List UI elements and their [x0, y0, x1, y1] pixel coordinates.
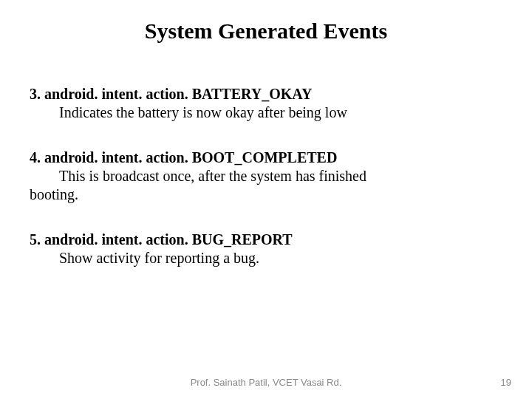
body-text: 3. android. intent. action. BATTERY_OKAY… [30, 85, 502, 267]
item-5-heading: 5. android. intent. action. BUG_REPORT [30, 231, 502, 249]
item-5-description: Show activity for reporting a bug. [59, 249, 502, 267]
footer-text: Prof. Sainath Patil, VCET Vasai Rd. [0, 377, 532, 388]
item-3-description: Indicates the battery is now okay after … [59, 103, 502, 122]
item-4: 4. android. intent. action. BOOT_COMPLET… [30, 149, 502, 204]
item-4-desc-line2: booting. [30, 185, 502, 204]
item-4-heading: 4. android. intent. action. BOOT_COMPLET… [30, 149, 502, 167]
page-number: 19 [501, 377, 511, 388]
item-3: 3. android. intent. action. BATTERY_OKAY… [30, 85, 502, 122]
item-4-desc-line1: This is broadcast once, after the system… [59, 167, 502, 185]
slide: System Generated Events 3. android. inte… [0, 0, 532, 399]
item-3-heading: 3. android. intent. action. BATTERY_OKAY [30, 85, 502, 103]
item-5: 5. android. intent. action. BUG_REPORT S… [30, 231, 502, 267]
page-title: System Generated Events [0, 18, 532, 44]
